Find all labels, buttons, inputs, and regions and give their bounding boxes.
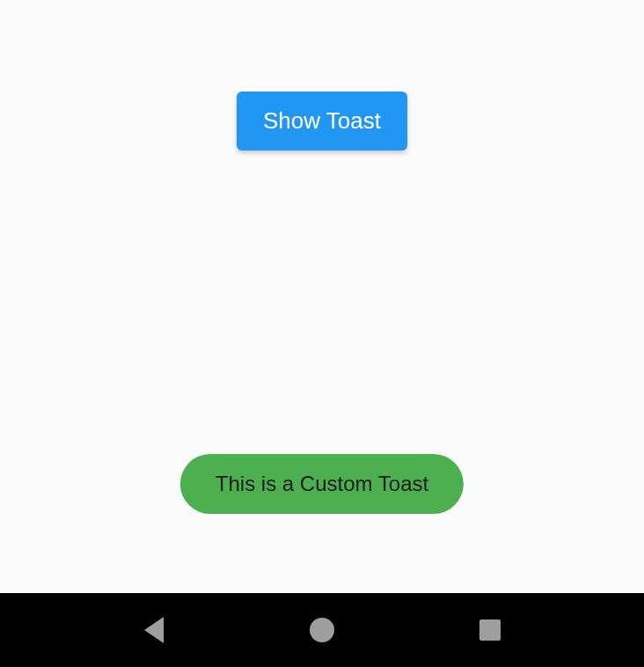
home-icon bbox=[310, 618, 334, 642]
content-area: Show Toast This is a Custom Toast bbox=[0, 0, 644, 593]
navigation-bar bbox=[0, 593, 644, 667]
back-icon bbox=[144, 617, 164, 643]
recents-icon bbox=[479, 619, 501, 641]
nav-recents-button[interactable] bbox=[464, 604, 516, 656]
show-toast-button[interactable]: Show Toast bbox=[237, 92, 407, 150]
nav-back-button[interactable] bbox=[128, 604, 180, 656]
nav-home-button[interactable] bbox=[296, 604, 348, 656]
toast-notification: This is a Custom Toast bbox=[180, 454, 464, 514]
